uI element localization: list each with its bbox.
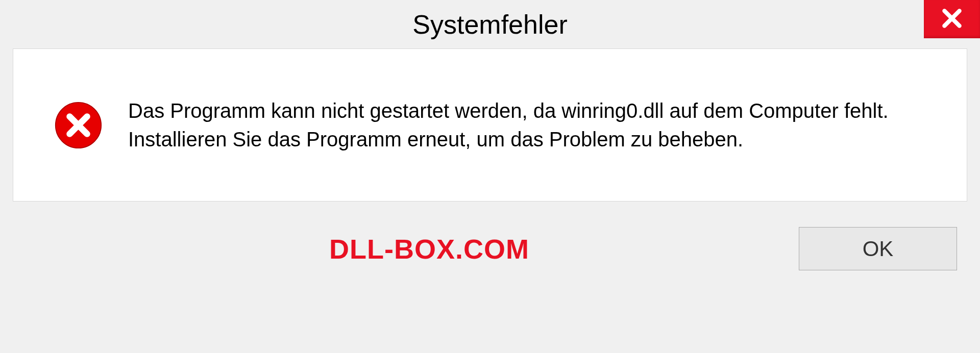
footer-bar: DLL-BOX.COM OK (0, 201, 980, 291)
error-icon (54, 101, 103, 149)
close-icon (941, 7, 963, 32)
dialog-title: Systemfehler (412, 9, 567, 40)
title-bar: Systemfehler (0, 0, 980, 48)
ok-button[interactable]: OK (799, 227, 957, 270)
error-dialog: Systemfehler Das Programm kann nicht ges… (0, 0, 980, 353)
watermark: DLL-BOX.COM (23, 233, 529, 265)
close-button[interactable] (924, 0, 980, 38)
error-message: Das Programm kann nicht gestartet werden… (128, 96, 941, 154)
message-panel: Das Programm kann nicht gestartet werden… (13, 48, 967, 201)
